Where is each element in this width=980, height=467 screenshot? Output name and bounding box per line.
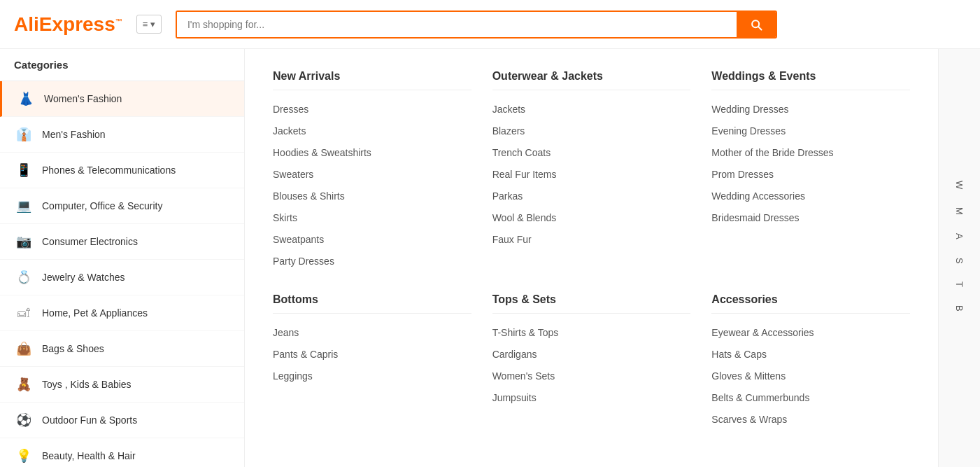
sidebar-icon-consumer-electronics: 📷 (14, 232, 34, 251)
dropdown-link[interactable]: Pants & Capris (273, 344, 471, 365)
dropdown-section-new-arrivals: New ArrivalsDressesJacketsHoodies & Swea… (273, 70, 471, 272)
dropdown-link[interactable]: Mother of the Bride Dresses (711, 142, 910, 164)
dropdown-section-title-weddings-events: Weddings & Events (711, 70, 910, 90)
sidebar-item-label: Women's Fashion (44, 93, 122, 104)
sidebar-item-home-pet[interactable]: 🛋Home, Pet & Appliances (0, 295, 244, 331)
sidebar-icon-beauty-health: 💡 (14, 446, 34, 466)
search-icon (749, 18, 763, 32)
sidebar-item-phones-telecom[interactable]: 📱Phones & Telecommunications (0, 153, 244, 188)
dropdown-section-title-new-arrivals: New Arrivals (273, 70, 471, 90)
sidebar-icon-womens-fashion: 👗 (16, 89, 36, 109)
right-label-t: T (951, 276, 968, 293)
dropdown-link[interactable]: Eyewear & Accessories (711, 322, 910, 344)
logo-tm: ™ (115, 17, 122, 25)
right-label-w: W (951, 175, 968, 195)
logo-text: AliExpress™ (14, 13, 122, 36)
sidebar-item-label: Toys , Kids & Babies (42, 379, 132, 390)
sidebar-item-label: Home, Pet & Appliances (42, 307, 148, 319)
sidebar-item-computer-office[interactable]: 💻Computer, Office & Security (0, 188, 244, 224)
dropdown-link[interactable]: Dresses (273, 99, 471, 120)
sidebar-item-label: Consumer Electronics (42, 236, 138, 247)
sidebar-item-label: Phones & Telecommunications (42, 165, 176, 176)
dropdown-section-title-bottoms: Bottoms (273, 293, 471, 314)
dropdown-link[interactable]: Evening Dresses (711, 120, 910, 142)
main-layout: Categories 👗Women's Fashion👔Men's Fashio… (0, 49, 980, 467)
dropdown-link[interactable]: Cardigans (492, 344, 691, 365)
menu-icon: ≡ ▾ (143, 19, 155, 29)
dropdown-link[interactable]: Jackets (273, 120, 471, 142)
sidebar-item-toys-kids[interactable]: 🧸Toys , Kids & Babies (0, 367, 244, 403)
dropdown-link[interactable]: Gloves & Mittens (711, 365, 910, 387)
dropdown-link[interactable]: Wedding Dresses (711, 99, 910, 120)
sidebar-item-label: Bags & Shoes (42, 343, 104, 354)
sidebar-item-beauty-health[interactable]: 💡Beauty, Health & Hair (0, 438, 244, 467)
dropdown-link[interactable]: Real Fur Items (492, 164, 691, 186)
right-label-m: M (951, 202, 968, 221)
sidebar-icon-jewelry-watches: 💍 (14, 267, 34, 287)
sidebar-icon-home-pet: 🛋 (14, 303, 34, 323)
dropdown-section-outerwear-jackets: Outerwear & JacketsJacketsBlazersTrench … (492, 70, 691, 272)
search-button[interactable] (737, 12, 776, 37)
dropdown-link[interactable]: Trench Coats (492, 142, 691, 164)
dropdown-link[interactable]: Parkas (492, 186, 691, 207)
sidebar-items-container: 👗Women's Fashion👔Men's Fashion📱Phones & … (0, 81, 244, 467)
sidebar-item-label: Computer, Office & Security (42, 200, 162, 211)
sidebar-item-outdoor-sports[interactable]: ⚽Outdoor Fun & Sports (0, 403, 244, 438)
dropdown-link[interactable]: T-Shirts & Tops (492, 322, 691, 344)
sidebar-item-label: Men's Fashion (42, 129, 106, 140)
dropdown-section-weddings-events: Weddings & EventsWedding DressesEvening … (711, 70, 910, 272)
dropdown-section-bottoms: BottomsJeansPants & CaprisLeggings (273, 293, 471, 431)
sidebar-item-mens-fashion[interactable]: 👔Men's Fashion (0, 117, 244, 153)
right-label-a: A (951, 228, 968, 245)
dropdown-section-tops-sets: Tops & SetsT-Shirts & TopsCardigansWomen… (492, 293, 691, 431)
dropdown-link[interactable]: Prom Dresses (711, 164, 910, 186)
dropdown-link[interactable]: Jackets (492, 99, 691, 120)
dropdown-section-accessories: AccessoriesEyewear & AccessoriesHats & C… (711, 293, 910, 431)
logo-express: Express (39, 13, 115, 35)
dropdown-link[interactable]: Leggings (273, 365, 471, 387)
right-label-b: B (951, 300, 968, 317)
sidebar-item-bags-shoes[interactable]: 👜Bags & Shoes (0, 331, 244, 367)
sidebar-icon-toys-kids: 🧸 (14, 375, 34, 394)
dropdown-link[interactable]: Wedding Accessories (711, 186, 910, 207)
dropdown-content: New ArrivalsDressesJacketsHoodies & Swea… (245, 49, 938, 467)
dropdown-link[interactable]: Skirts (273, 207, 471, 229)
sidebar-icon-phones-telecom: 📱 (14, 160, 34, 180)
sidebar-icon-outdoor-sports: ⚽ (14, 410, 34, 430)
sidebar-icon-bags-shoes: 👜 (14, 339, 34, 358)
sidebar-item-label: Beauty, Health & Hair (42, 450, 136, 461)
dropdown-link[interactable]: Sweatpants (273, 229, 471, 251)
sidebar: Categories 👗Women's Fashion👔Men's Fashio… (0, 49, 245, 467)
dropdown-link[interactable]: Faux Fur (492, 229, 691, 251)
dropdown-section-title-tops-sets: Tops & Sets (492, 293, 691, 314)
dropdown-link[interactable]: Blouses & Shirts (273, 186, 471, 207)
dropdown-link[interactable]: Blazers (492, 120, 691, 142)
dropdown-link[interactable]: Women's Sets (492, 365, 691, 387)
dropdown-link[interactable]: Jumpsuits (492, 387, 691, 409)
dropdown-link[interactable]: Wool & Blends (492, 207, 691, 229)
logo: AliExpress™ (14, 13, 122, 36)
dropdown-section-title-accessories: Accessories (711, 293, 910, 314)
search-input[interactable] (177, 12, 737, 37)
dropdown-link[interactable]: Scarves & Wraps (711, 409, 910, 431)
header: AliExpress™ ≡ ▾ (0, 0, 980, 49)
right-panel: W M A S T B (938, 49, 980, 467)
sidebar-item-label: Jewelry & Watches (42, 272, 125, 283)
sidebar-item-label: Outdoor Fun & Sports (42, 414, 137, 426)
dropdown-link[interactable]: Party Dresses (273, 251, 471, 272)
dropdown-section-title-outerwear-jackets: Outerwear & Jackets (492, 70, 691, 90)
dropdown-link[interactable]: Jeans (273, 322, 471, 344)
dropdown-link[interactable]: Hats & Caps (711, 344, 910, 365)
menu-button[interactable]: ≡ ▾ (136, 15, 162, 34)
sidebar-item-jewelry-watches[interactable]: 💍Jewelry & Watches (0, 260, 244, 295)
sidebar-header: Categories (0, 49, 244, 81)
dropdown-link[interactable]: Sweaters (273, 164, 471, 186)
sidebar-item-consumer-electronics[interactable]: 📷Consumer Electronics (0, 224, 244, 260)
sidebar-icon-computer-office: 💻 (14, 196, 34, 216)
sidebar-item-womens-fashion[interactable]: 👗Women's Fashion (0, 81, 244, 117)
sidebar-icon-mens-fashion: 👔 (14, 125, 34, 144)
dropdown-link[interactable]: Belts & Cummerbunds (711, 387, 910, 409)
dropdown-link[interactable]: Bridesmaid Dresses (711, 207, 910, 229)
logo-ali: Ali (14, 13, 39, 35)
dropdown-link[interactable]: Hoodies & Sweatshirts (273, 142, 471, 164)
